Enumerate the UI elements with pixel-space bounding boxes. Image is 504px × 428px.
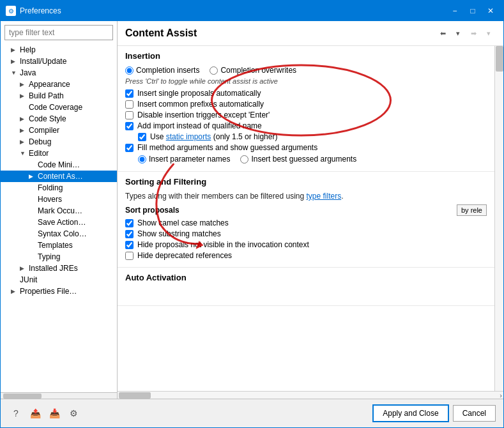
expand-icon: ▶ [20, 265, 29, 271]
tree-item-appearance[interactable]: ▶ Appearance [1, 79, 117, 90]
apply-close-button[interactable]: Apply and Close [372, 404, 448, 422]
hide-deprecated-row: Hide deprecated references [125, 251, 487, 260]
window-controls: − □ ✕ [447, 4, 498, 17]
add-import-checkbox[interactable] [125, 122, 134, 130]
insert-best-radio[interactable] [240, 155, 248, 164]
tree-item-help[interactable]: ▶ Help [1, 44, 117, 56]
insert-param-names-radio[interactable] [138, 155, 146, 164]
tree-item-templates[interactable]: Templates [1, 240, 117, 251]
tree-item-java[interactable]: ▼ Java [1, 67, 117, 79]
use-static-import-label[interactable]: Use static imports (only 1.5 or higher) [150, 132, 277, 141]
tree-item-typing[interactable]: Typing [1, 251, 117, 263]
settings-icon-button[interactable]: ⚙ [66, 406, 81, 421]
add-import-label[interactable]: Add import instead of qualified name [137, 121, 262, 130]
close-button[interactable]: ✕ [483, 4, 498, 17]
hscroll-thumb [3, 394, 42, 399]
content-hscroll[interactable]: › [118, 391, 503, 399]
filter-input[interactable] [4, 25, 113, 40]
nav-back-button[interactable]: ⬅ [436, 26, 450, 40]
tree-item-code-coverage[interactable]: Code Coverage [1, 102, 117, 113]
fill-method-row: Fill method arguments and show guessed a… [125, 143, 487, 152]
tree-item-label: Syntax Colo… [38, 229, 87, 238]
use-static-import-checkbox[interactable] [138, 133, 146, 141]
sorting-title: Sorting and Filtering [125, 177, 487, 187]
hide-not-visible-checkbox[interactable] [125, 241, 134, 249]
tree-item-installed-jres[interactable]: ▶ Installed JREs [1, 263, 117, 274]
completion-overwrites-radio[interactable] [210, 66, 218, 75]
camel-case-label[interactable]: Show camel case matches [137, 218, 229, 227]
nav-forward-dropdown[interactable]: ▾ [482, 26, 496, 40]
tree-item-editor[interactable]: ▼ Editor [1, 148, 117, 159]
tree-item-label: Installed JREs [29, 264, 78, 273]
completion-inserts-text: Completion inserts [136, 66, 199, 75]
nav-back-dropdown[interactable]: ▾ [451, 26, 465, 40]
content-assist-title: Content Assist [125, 27, 436, 39]
tree-item-save-actions[interactable]: Save Action… [1, 217, 117, 228]
auto-activation-section: Auto Activation [118, 268, 494, 306]
cancel-button[interactable]: Cancel [453, 405, 496, 422]
tree-item-install-update[interactable]: ▶ Install/Update [1, 56, 117, 67]
insert-param-names-label[interactable]: Insert parameter names [138, 155, 230, 164]
tree-item-mark-occur[interactable]: Mark Occu… [1, 205, 117, 217]
completion-inserts-label[interactable]: Completion inserts [125, 66, 199, 75]
use-static-import-row: Use static imports (only 1.5 or higher) [125, 132, 487, 141]
insert-best-label[interactable]: Insert best guessed arguments [240, 155, 356, 164]
sorting-desc: Types along with their members can be fi… [125, 192, 487, 201]
common-prefixes-label[interactable]: Insert common prefixes automatically [137, 100, 264, 109]
content-area: Insertion Completion inserts Completion … [118, 46, 494, 391]
hide-deprecated-checkbox[interactable] [125, 252, 134, 260]
static-imports-link[interactable]: static imports [166, 132, 211, 141]
single-proposals-checkbox[interactable] [125, 89, 134, 98]
app-icon: ⚙ [6, 6, 16, 16]
completion-inserts-radio[interactable] [125, 66, 134, 75]
auto-activation-title: Auto Activation [125, 273, 487, 282]
insertion-title: Insertion [125, 51, 487, 61]
tree-item-label: Help [20, 45, 36, 54]
export-icon-button[interactable]: 📤 [27, 406, 43, 421]
tree-item-debug[interactable]: ▶ Debug [1, 136, 117, 148]
tree-item-hovers[interactable]: Hovers [1, 194, 117, 205]
tree-item-label: Code Mini… [38, 160, 80, 169]
tree-item-syntax-colors[interactable]: Syntax Colo… [1, 228, 117, 240]
tree-item-label: Java [20, 68, 36, 77]
tree-item-label: Templates [38, 241, 73, 250]
fill-method-checkbox[interactable] [125, 144, 134, 152]
hide-deprecated-label[interactable]: Hide deprecated references [137, 251, 232, 260]
expand-icon: ▶ [20, 81, 29, 88]
tree-item-label: Code Coverage [29, 103, 82, 112]
import-icon-button[interactable]: 📥 [47, 406, 62, 421]
maximize-button[interactable]: □ [465, 4, 480, 17]
disable-insertion-label[interactable]: Disable insertion triggers except 'Enter… [137, 111, 270, 119]
camel-case-checkbox[interactable] [125, 219, 134, 227]
help-icon-button[interactable]: ? [8, 406, 24, 421]
disable-insertion-checkbox[interactable] [125, 111, 134, 119]
tree-item-label: Install/Update [20, 57, 66, 66]
sort-by-relevance-button[interactable]: by rele [457, 204, 487, 216]
nav-forward-button[interactable]: ➡ [466, 26, 480, 40]
tree-item-label: Folding [38, 183, 63, 192]
common-prefixes-checkbox[interactable] [125, 100, 134, 109]
tree-item-label: Properties File… [20, 287, 77, 296]
fill-method-label[interactable]: Fill method arguments and show guessed a… [137, 143, 317, 152]
substring-label[interactable]: Show substring matches [137, 229, 221, 238]
nav-buttons: ⬅ ▾ ➡ ▾ [436, 26, 496, 40]
tree-item-properties-file[interactable]: ▶ Properties File… [1, 286, 117, 297]
tree-item-label: Appearance [29, 80, 70, 89]
completion-overwrites-label[interactable]: Completion overwrites [210, 66, 296, 75]
single-proposals-label[interactable]: Insert single proposals automatically [137, 89, 261, 98]
content-vscroll[interactable] [494, 46, 503, 391]
hide-not-visible-label[interactable]: Hide proposals not visible in the invoca… [137, 240, 309, 249]
tree-item-folding[interactable]: Folding [1, 182, 117, 194]
tree-hscroll[interactable] [1, 392, 117, 399]
tree-item-compiler[interactable]: ▶ Compiler [1, 125, 117, 136]
tree-item-build-path[interactable]: ▶ Build Path [1, 90, 117, 102]
tree-item-code-style[interactable]: ▶ Code Style [1, 113, 117, 125]
minimize-button[interactable]: − [447, 4, 462, 17]
tree-item-junit[interactable]: JUnit [1, 274, 117, 286]
content-area-wrapper: Insertion Completion inserts Completion … [118, 46, 503, 391]
insertion-section: Insertion Completion inserts Completion … [118, 46, 494, 172]
tree-item-code-mini[interactable]: Code Mini… [1, 159, 117, 171]
tree-item-content-assist[interactable]: ▶ Content As… [1, 171, 117, 182]
substring-checkbox[interactable] [125, 230, 134, 238]
type-filters-link[interactable]: type filters [306, 192, 341, 201]
